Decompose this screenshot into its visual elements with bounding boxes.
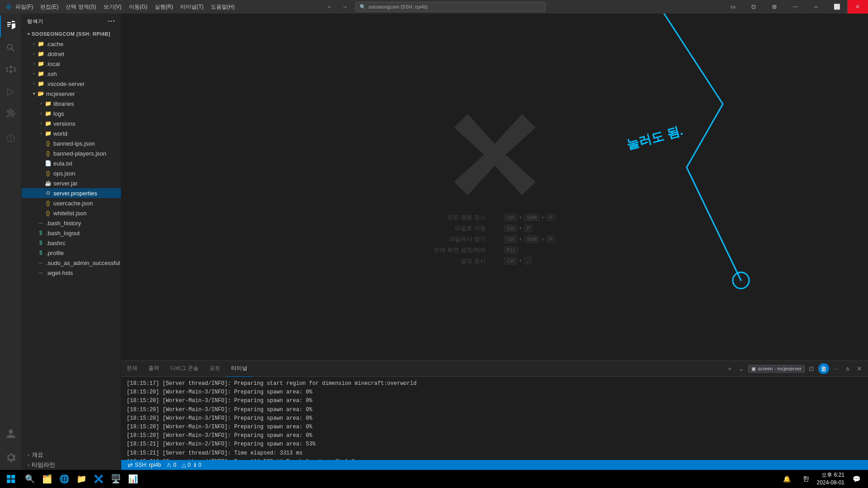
taskbar-files[interactable]: 🗂️ bbox=[39, 471, 55, 487]
app-body: ▷ 탐색기 ··· bbox=[0, 14, 868, 470]
file-icon: ─ bbox=[37, 269, 44, 276]
item-label: .bash_history bbox=[46, 220, 81, 227]
menu-terminal[interactable]: 터미널(T) bbox=[177, 0, 207, 14]
tab-debug-console[interactable]: 디버그 콘솔 bbox=[165, 361, 204, 377]
clock-time: 오후 6:21 bbox=[817, 471, 844, 479]
add-terminal-button[interactable]: + bbox=[725, 364, 735, 374]
terminal-content[interactable]: [18:15:17] [Server thread/INFO]: Prepari… bbox=[121, 377, 868, 460]
tree-item-sudo[interactable]: › ─ .sudo_as_admin_successful bbox=[22, 258, 121, 268]
tab-problems[interactable]: 문제 bbox=[121, 361, 143, 377]
taskbar-notification[interactable]: 🔔 bbox=[779, 471, 795, 487]
tab-ports[interactable]: 포트 bbox=[204, 361, 226, 377]
menu-view[interactable]: 보기(V) bbox=[100, 0, 125, 14]
menu-help[interactable]: 도움말(H) bbox=[207, 0, 238, 14]
tree-section-outline[interactable]: › 개요 bbox=[22, 450, 121, 460]
search-icon: 🔍 bbox=[360, 4, 366, 10]
tree-item-bash-history[interactable]: › ─ .bash_history bbox=[22, 218, 121, 228]
sidebar-more-button[interactable]: ··· bbox=[108, 17, 115, 25]
chevron-right-icon: › bbox=[38, 100, 44, 107]
tree-item-bash-logout[interactable]: › $ .bash_logout bbox=[22, 228, 121, 238]
tree-item-vscode-server[interactable]: › 📁 .vscode-server bbox=[22, 79, 121, 89]
layout-icon4[interactable]: ⋯ bbox=[785, 0, 806, 14]
nav-forward-button[interactable]: → bbox=[338, 0, 352, 14]
shortcut-key: Ctrl+, bbox=[504, 257, 555, 265]
tree-item-cache[interactable]: › 📁 .cache bbox=[22, 39, 121, 49]
menu-selection[interactable]: 선택 영역(S) bbox=[62, 0, 100, 14]
taskbar-explorer[interactable]: 📁 bbox=[73, 471, 90, 487]
svg-point-0 bbox=[733, 272, 749, 289]
taskbar-vscode[interactable] bbox=[90, 471, 107, 487]
taskbar-clock[interactable]: 오후 6:21 2024-08-01 bbox=[817, 471, 844, 487]
activity-search[interactable] bbox=[0, 37, 22, 59]
taskbar-search[interactable]: 🔍 bbox=[22, 471, 38, 487]
minimize-button[interactable]: ─ bbox=[806, 0, 826, 14]
app-icon bbox=[5, 4, 12, 10]
layout-icon1[interactable]: ▭ bbox=[722, 0, 743, 14]
terminal-dropdown-button[interactable]: ⌄ bbox=[736, 364, 746, 374]
taskbar-lang[interactable]: 한 bbox=[799, 472, 813, 486]
tree-section-timeline[interactable]: › 타임라인 bbox=[22, 460, 121, 470]
taskbar-browser[interactable]: 🌐 bbox=[56, 471, 72, 487]
tree-root[interactable]: ▾ SOOSEONGCOM [SSH: RPI4B] bbox=[22, 29, 121, 39]
status-ssh[interactable]: ⇄ SSH: rpi4b bbox=[125, 460, 164, 470]
activity-explorer[interactable] bbox=[0, 15, 22, 37]
folder-open-icon: 📂 bbox=[37, 90, 44, 97]
kill-terminal-button[interactable]: 🗑 bbox=[818, 363, 829, 374]
tree-item-banned-ips[interactable]: › {} banned-ips.json bbox=[22, 138, 121, 148]
activity-settings[interactable] bbox=[0, 446, 22, 468]
tree-item-versions[interactable]: › 📁 versions bbox=[22, 118, 121, 128]
nav-back-button[interactable]: ← bbox=[323, 0, 337, 14]
tree-item-server-properties[interactable]: › ⚙ server.properties bbox=[22, 188, 121, 198]
activity-remote[interactable] bbox=[0, 128, 22, 149]
start-button[interactable] bbox=[4, 472, 18, 486]
tree-item-banned-players[interactable]: › {} banned-players.json bbox=[22, 148, 121, 158]
status-errors[interactable]: ⚠ 0 △ 0 ℹ 0 bbox=[164, 460, 204, 470]
tree-item-mcjeserver[interactable]: ▾ 📂 mcjeserver bbox=[22, 89, 121, 99]
tree-item-usercache[interactable]: › {} usercache.json bbox=[22, 198, 121, 208]
folder-icon: 📁 bbox=[44, 110, 52, 117]
activity-run[interactable]: ▷ bbox=[0, 81, 22, 102]
taskbar-extra[interactable]: 📊 bbox=[125, 471, 141, 487]
tree-item-server-jar[interactable]: › ☕ server.jar bbox=[22, 178, 121, 188]
split-terminal-button[interactable]: ⊡ bbox=[806, 364, 816, 374]
layout-icon3[interactable]: ⊞ bbox=[764, 0, 785, 14]
tree-item-bashrc[interactable]: › $ .bashrc bbox=[22, 238, 121, 248]
terminal-name-badge[interactable]: ▣ screen - mcjeserver bbox=[748, 365, 805, 373]
menu-edit[interactable]: 편집(E) bbox=[37, 0, 62, 14]
maximize-panel-button[interactable]: ∧ bbox=[843, 364, 853, 374]
tree-item-world[interactable]: › 📁 world bbox=[22, 128, 121, 138]
taskbar-another[interactable]: 🖥️ bbox=[108, 471, 124, 487]
layout-icon2[interactable]: ⊡ bbox=[743, 0, 764, 14]
search-bar[interactable]: 🔍 sooseongcom [SSH: rpi4b] bbox=[356, 2, 545, 12]
terminal-panel: 문제 출력 디버그 콘솔 포트 터미널 + ⌄ ▣ screen - mcjes… bbox=[121, 360, 868, 460]
tree-item-dotnet[interactable]: › 📁 .dotnet bbox=[22, 49, 121, 59]
activity-source-control[interactable] bbox=[0, 59, 22, 81]
activity-account[interactable] bbox=[0, 423, 22, 445]
menu-run[interactable]: 실행(R) bbox=[151, 0, 177, 14]
info-count: 0 bbox=[198, 462, 201, 468]
menu-file[interactable]: 파일(F) bbox=[12, 0, 37, 14]
activity-extensions[interactable] bbox=[0, 102, 22, 124]
close-panel-button[interactable]: ✕ bbox=[854, 364, 864, 374]
tree-item-ssh[interactable]: › 📁 .ssh bbox=[22, 69, 121, 79]
tab-output[interactable]: 출력 bbox=[143, 361, 165, 377]
notification-badge[interactable]: 💬 bbox=[848, 471, 864, 487]
tree-item-eula[interactable]: › 📄 eula.txt bbox=[22, 158, 121, 168]
shortcuts-table: 모든 명령 표시 Ctrl+Shift+P 파일로 이동 Ctrl+P 파일에서… bbox=[434, 213, 555, 265]
tree-item-wget-hsts[interactable]: › ─ .wget-hsts bbox=[22, 268, 121, 278]
close-button[interactable]: ✕ bbox=[847, 0, 868, 14]
panel-more-button[interactable]: ··· bbox=[831, 364, 841, 374]
tree-item-logs[interactable]: › 📁 logs bbox=[22, 109, 121, 118]
tab-terminal[interactable]: 터미널 bbox=[226, 361, 253, 377]
item-label: server.jar bbox=[53, 180, 77, 187]
tree-item-whitelist[interactable]: › {} whitelist.json bbox=[22, 208, 121, 218]
item-label: libraries bbox=[53, 100, 74, 107]
restore-button[interactable]: ⬜ bbox=[826, 0, 847, 14]
tree-item-local[interactable]: › 📁 .local bbox=[22, 59, 121, 69]
item-label: world bbox=[53, 130, 67, 137]
tree-item-ops[interactable]: › {} ops.json bbox=[22, 168, 121, 178]
menu-go[interactable]: 이동(G) bbox=[125, 0, 151, 14]
folder-icon: 📁 bbox=[37, 50, 44, 57]
tree-item-libraries[interactable]: › 📁 libraries bbox=[22, 99, 121, 109]
tree-item-profile[interactable]: › $ .profile bbox=[22, 248, 121, 258]
